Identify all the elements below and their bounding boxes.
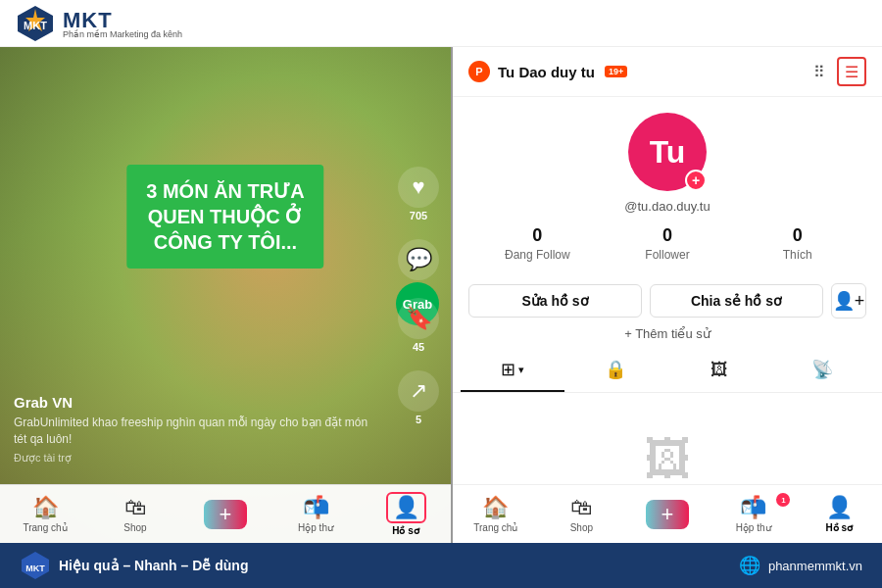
nav-profile-label: Hồ sơ (392, 525, 419, 536)
image-gallery-icon: 🖼 (710, 360, 728, 380)
right-nav-inbox-label: Hộp thư (736, 522, 771, 533)
phone-left: 3 MÓN ĂN TRƯA QUEN THUỘC Ở CÔNG TY TÔI..… (0, 47, 451, 543)
edit-profile-button[interactable]: Sửa hồ sơ (468, 284, 642, 318)
right-icons: ♥ 705 💬 🔖 45 ↗ 5 (398, 167, 439, 425)
tab-videos-arrow: ▾ (518, 364, 524, 376)
right-profile-icon: 👤 (826, 495, 853, 520)
stat-follower: 0 Follower (603, 225, 733, 262)
right-nav-inbox[interactable]: 📬 1 Hộp thư (710, 495, 797, 533)
logo-sub: Phần mềm Marketing đa kênh (63, 29, 182, 39)
action-buttons: Sửa hồ sơ Chia sẻ hồ sơ 👤+ (453, 271, 882, 318)
right-shop-icon: 🛍 (570, 495, 592, 520)
shop-icon: 🛍 (124, 495, 146, 520)
like-icon-item[interactable]: ♥ 705 (398, 167, 439, 221)
heart-icon: ♥ (398, 167, 439, 208)
stats-row: 0 Đang Follow 0 Follower 0 Thích (453, 225, 882, 262)
main-content: 3 MÓN ĂN TRƯA QUEN THUỘC Ở CÔNG TY TÔI..… (0, 47, 882, 543)
nav-inbox-label: Hộp thư (298, 522, 333, 533)
creator-desc: GrabUnlimited khao freeship nghìn quan m… (14, 415, 382, 448)
globe-icon: 🌐 (739, 555, 760, 576)
repost-icon: 📡 (811, 359, 833, 380)
bottom-bar: MKT Hiệu quả – Nhanh – Dễ dùng 🌐 phanmem… (0, 543, 882, 588)
nav-inbox[interactable]: 📬 Hộp thư (270, 495, 361, 533)
header-right: ⠿ ☰ (813, 57, 866, 86)
right-nav-profile-label: Hồ sơ (825, 522, 853, 533)
bottom-mkt-logo: MKT (20, 550, 51, 581)
stat-following: 0 Đang Follow (472, 225, 603, 262)
bottom-nav-right: 🏠 Trang chủ 🛍 Shop + 📬 1 Hộp thư 👤 Hồ sơ (453, 484, 882, 543)
profile-tabs: ⊞ ▾ 🔒 🖼 📡 (453, 349, 882, 393)
avatar: Tu + (628, 113, 707, 191)
comment-icon-item[interactable]: 💬 (398, 239, 439, 280)
add-friend-button[interactable]: 👤+ (831, 283, 866, 318)
right-nav-home[interactable]: 🏠 Trang chủ (453, 495, 539, 533)
share-icon: ↗ (398, 370, 439, 412)
nav-home-label: Trang chủ (23, 522, 67, 533)
follower-count: 0 (662, 225, 672, 246)
right-nav-shop[interactable]: 🛍 Shop (539, 495, 625, 533)
inbox-badge: 1 (776, 493, 790, 507)
mkt-logo-icon: MKT (16, 4, 55, 43)
tab-liked[interactable]: 🖼 (667, 349, 771, 392)
bookmark-icon: 🔖 (398, 298, 439, 339)
bottom-left: MKT Hiệu quả – Nhanh – Dễ dùng (20, 550, 248, 581)
right-home-icon: 🏠 (482, 495, 509, 520)
nav-profile[interactable]: 👤 Hồ sơ (361, 492, 451, 536)
menu-icon-box[interactable]: ☰ (837, 57, 866, 86)
creator-info: Grab VN GrabUnlimited khao freeship nghì… (14, 394, 382, 465)
more-info[interactable]: + Thêm tiểu sử (453, 318, 882, 349)
logo-area: MKT MKT Phần mềm Marketing đa kênh (16, 4, 182, 43)
following-count: 0 (532, 225, 542, 246)
p-badge: P (468, 61, 490, 82)
bottom-nav-left: 🏠 Trang chủ 🛍 Shop + 📬 Hộp thư 👤 Hồ sơ (0, 484, 451, 543)
avatar-text: Tu (650, 134, 686, 171)
video-background (0, 47, 451, 543)
profile-header: P Tu Dao duy tu 19+ ⠿ ☰ (453, 47, 882, 97)
follower-label: Follower (645, 248, 689, 262)
like-count: 705 (410, 210, 427, 221)
right-inbox-icon: 📬 (740, 495, 766, 520)
right-nav-profile[interactable]: 👤 Hồ sơ (796, 495, 882, 533)
age-badge: 19+ (605, 66, 627, 77)
right-nav-create[interactable]: + (624, 500, 710, 529)
share-count: 5 (416, 414, 421, 425)
avatar-plus-button[interactable]: + (685, 170, 707, 191)
inbox-icon: 📬 (303, 495, 329, 520)
stat-likes: 0 Thích (732, 225, 862, 262)
top-bar: MKT MKT Phần mềm Marketing đa kênh (0, 0, 882, 47)
nav-shop-label: Shop (123, 522, 146, 533)
right-nav-home-label: Trang chủ (473, 522, 517, 533)
share-profile-button[interactable]: Chia sẻ hồ sơ (650, 284, 823, 318)
svg-text:MKT: MKT (24, 20, 47, 31)
right-nav-shop-label: Shop (570, 522, 593, 533)
creator-name: Grab VN (14, 394, 382, 411)
bookmark-icon-item[interactable]: 🔖 45 (398, 298, 439, 353)
tab-locked[interactable]: 🔒 (564, 349, 668, 392)
profile-username: Tu Dao duy tu (498, 64, 595, 80)
hamburger-icon: ☰ (845, 63, 858, 81)
share-icon-item[interactable]: ↗ 5 (398, 370, 439, 425)
phone-right: P Tu Dao duy tu 19+ ⠿ ☰ Tu + @tu.dao.duy… (453, 47, 882, 543)
comment-icon: 💬 (398, 239, 439, 280)
video-line-2: QUEN THUỘC Ở (146, 204, 304, 229)
nav-create[interactable]: + (180, 500, 270, 529)
grid-icon: ⊞ (501, 359, 515, 380)
nav-shop[interactable]: 🛍 Shop (90, 495, 180, 533)
likes-count: 0 (793, 225, 803, 246)
home-icon: 🏠 (32, 495, 59, 520)
likes-label: Thích (783, 248, 812, 262)
profile-icon: 👤 (393, 495, 419, 520)
tab-repost[interactable]: 📡 (771, 349, 875, 392)
profile-title-area: P Tu Dao duy tu 19+ (468, 61, 627, 82)
bookmark-count: 45 (413, 341, 424, 353)
tab-videos[interactable]: ⊞ ▾ (461, 349, 564, 392)
video-line-3: CÔNG TY TÔI... (146, 229, 304, 255)
nav-home[interactable]: 🏠 Trang chủ (0, 495, 90, 533)
avatar-section: Tu + @tu.dao.duy.tu 0 Đang Follow 0 Foll… (453, 97, 882, 271)
sponsored-tag: Được tài trợ (14, 452, 382, 465)
inbox-badge-count: 1 (781, 496, 785, 505)
lock-icon: 🔒 (605, 359, 626, 380)
plus-icon: + (204, 500, 247, 529)
following-label: Đang Follow (505, 248, 570, 262)
share-dots-icon[interactable]: ⠿ (813, 63, 825, 81)
